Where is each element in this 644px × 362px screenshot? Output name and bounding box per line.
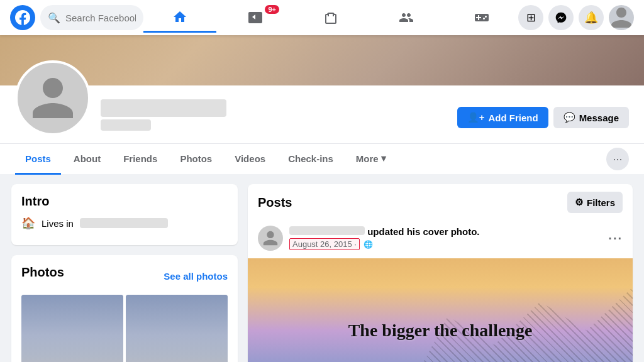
author-name-blurred <box>289 226 365 235</box>
profile-name <box>101 99 226 117</box>
profile-nav-posts[interactable]: Posts <box>15 145 61 175</box>
photos-grid: The bigger the challenge The bigger the … <box>21 295 228 362</box>
post-image: The bigger the challenge <box>248 258 633 362</box>
notifications-button[interactable]: 🔔 <box>579 5 604 30</box>
lives-in-label: Lives in <box>42 218 74 229</box>
main-content: Intro 🏠 Lives in Photos See all photos T… <box>1 174 643 362</box>
facebook-logo[interactable] <box>10 5 35 30</box>
photos-title: Photos <box>21 265 64 280</box>
nav-groups[interactable] <box>370 3 443 33</box>
post-header: updated his cover photo. August 26, 2015… <box>248 218 633 258</box>
nav-home[interactable] <box>143 3 216 33</box>
post-author-name: updated his cover photo. <box>289 226 602 237</box>
intro-card: Intro 🏠 Lives in <box>11 184 238 245</box>
posts-title: Posts <box>258 195 292 210</box>
post-date[interactable]: August 26, 2015 · <box>289 238 360 250</box>
top-navigation: 🔍 9+ ⊞ 🔔 <box>0 0 644 35</box>
location-blurred <box>80 218 168 228</box>
profile-avatar <box>15 60 91 136</box>
profile-actions: 👤+ Add Friend 💬 Message <box>457 107 629 136</box>
messenger-button[interactable] <box>548 5 574 30</box>
home-icon: 🏠 <box>21 216 35 230</box>
photos-header: Photos See all photos <box>21 265 228 287</box>
intro-lives-in: 🏠 Lives in <box>21 216 228 230</box>
add-friend-icon: 👤+ <box>467 112 485 123</box>
more-options-button[interactable]: ··· <box>606 148 629 170</box>
message-icon: 💬 <box>564 112 575 123</box>
video-badge: 9+ <box>265 5 279 14</box>
profile-header: 👤+ Add Friend 💬 Message <box>0 85 644 143</box>
cover-photo <box>0 35 644 85</box>
globe-icon: 🌐 <box>364 240 373 249</box>
profile-name-area <box>101 99 457 136</box>
profile-nav-checkins[interactable]: Check-ins <box>278 145 343 175</box>
chevron-down-icon: ▾ <box>381 153 386 164</box>
nav-center: 9+ <box>143 3 518 33</box>
add-friend-label: Add Friend <box>488 112 538 123</box>
nav-marketplace[interactable] <box>294 3 367 33</box>
filters-label: Filters <box>587 197 615 208</box>
more-label: More <box>356 153 379 164</box>
post-more-options[interactable]: ··· <box>608 231 623 246</box>
profile-nav-about[interactable]: About <box>64 145 111 175</box>
nav-right: ⊞ 🔔 <box>518 5 634 30</box>
profile-info-row: 👤+ Add Friend 💬 Message <box>15 85 629 143</box>
sliders-icon: ⚙ <box>575 197 583 208</box>
search-box[interactable]: 🔍 <box>40 5 143 30</box>
photos-card: Photos See all photos The bigger the cha… <box>11 255 238 362</box>
profile-nav-dots: ··· <box>606 148 629 170</box>
search-icon: 🔍 <box>48 12 60 24</box>
left-column: Intro 🏠 Lives in Photos See all photos T… <box>11 184 238 362</box>
posts-section: Posts ⚙ Filters updated his cover pho <box>248 184 633 362</box>
post-author-avatar[interactable] <box>258 226 283 251</box>
profile-page: 👤+ Add Friend 💬 Message Posts About Frie… <box>0 35 644 362</box>
search-input[interactable] <box>65 13 136 23</box>
posts-header: Posts ⚙ Filters <box>248 184 633 213</box>
intro-title: Intro <box>21 194 228 209</box>
profile-nav-more[interactable]: More ▾ <box>346 144 396 175</box>
add-friend-button[interactable]: 👤+ Add Friend <box>457 107 548 128</box>
post-date-row: August 26, 2015 · 🌐 <box>289 238 602 250</box>
user-avatar[interactable] <box>609 5 634 30</box>
message-button[interactable]: 💬 Message <box>553 107 629 128</box>
profile-nav-videos[interactable]: Videos <box>225 145 275 175</box>
nav-video[interactable]: 9+ <box>219 3 292 33</box>
photo-thumb-1[interactable]: The bigger the challenge The bigger the … <box>21 295 123 362</box>
see-all-photos-link[interactable]: See all photos <box>164 271 228 282</box>
profile-navigation: Posts About Friends Photos Videos Check-… <box>0 143 644 174</box>
post-meta: updated his cover photo. August 26, 2015… <box>289 226 602 250</box>
profile-nav-photos[interactable]: Photos <box>170 145 222 175</box>
message-label: Message <box>579 112 619 123</box>
profile-friends-count <box>101 119 151 131</box>
photo-thumb-2[interactable]: The bigger the challenge The bigger the … <box>126 295 228 362</box>
post-action-text: updated his cover photo. <box>367 226 479 237</box>
profile-nav-friends[interactable]: Friends <box>113 145 167 175</box>
right-column: Posts ⚙ Filters updated his cover pho <box>248 184 633 362</box>
nav-gaming[interactable] <box>445 3 518 33</box>
filters-button[interactable]: ⚙ Filters <box>567 192 623 213</box>
grid-menu-button[interactable]: ⊞ <box>518 5 543 30</box>
